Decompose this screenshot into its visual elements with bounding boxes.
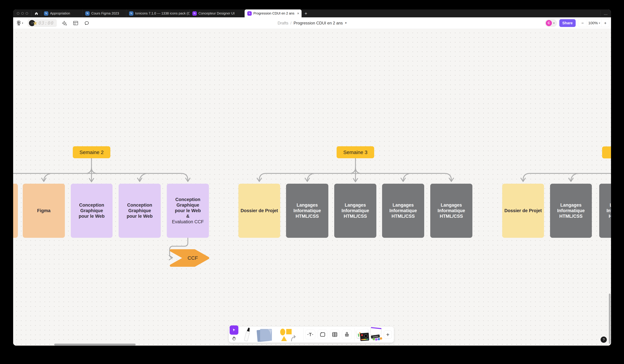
tab-appropriation[interactable]: ✎ Appropriation bbox=[41, 9, 82, 17]
sparkle-icon bbox=[62, 20, 67, 26]
breadcrumb-current[interactable]: Progression CDUI en 2 ans bbox=[294, 21, 343, 26]
ui-card-thumbnail bbox=[370, 327, 381, 336]
sticky-note-tool[interactable] bbox=[256, 328, 278, 342]
tab-close-icon[interactable]: × bbox=[297, 11, 299, 16]
star-icon: ★ bbox=[33, 20, 38, 26]
sticky-note-icon bbox=[256, 328, 278, 342]
horizontal-scrollbar[interactable] bbox=[54, 344, 136, 345]
breadcrumb: Drafts / Progression CDUI en 2 ans ▾ bbox=[13, 17, 611, 29]
window-maximize-button[interactable] bbox=[26, 12, 28, 15]
templates-button[interactable] bbox=[72, 20, 79, 26]
tab-cours-figma[interactable]: ✎ Cours Figma 2023 bbox=[82, 9, 126, 17]
figma-file-icon: ✎ bbox=[85, 11, 90, 16]
figjam-file-icon: ✎ bbox=[192, 11, 197, 16]
card-label: Langages Informatique HTML/CSS bbox=[606, 202, 611, 219]
account-menu[interactable]: C ▾ bbox=[545, 19, 557, 27]
home-button[interactable] bbox=[32, 9, 41, 17]
node-semaine-2[interactable]: Semaine 2 bbox=[73, 146, 110, 158]
ccf-label: CCF bbox=[170, 249, 209, 267]
more-tools-button[interactable]: + bbox=[384, 331, 392, 338]
card-conception-1[interactable]: Conception Graphique pour le Web bbox=[71, 184, 112, 238]
shape-tool-triangle[interactable] bbox=[281, 336, 287, 341]
share-button[interactable]: Share bbox=[559, 19, 576, 27]
chevron-down-icon: ▾ bbox=[553, 22, 555, 25]
figma-file-icon: ✎ bbox=[44, 11, 48, 16]
figjam-canvas[interactable]: Semaine 2 Semaine 3 Figma Conception Gra… bbox=[13, 29, 611, 346]
marker-tool[interactable] bbox=[242, 327, 252, 343]
zoom-level-value: 100% bbox=[588, 21, 598, 25]
text-tool[interactable] bbox=[305, 330, 315, 339]
section-icon bbox=[320, 332, 325, 337]
section-tool[interactable] bbox=[318, 330, 328, 339]
card-dossier-projet-2[interactable]: Dossier de Projet bbox=[502, 184, 544, 238]
card-langages-2[interactable]: Langages Informatique HTML/CSS bbox=[334, 184, 376, 238]
question-mark-icon: ? bbox=[603, 338, 605, 341]
window-minimize-button[interactable] bbox=[21, 12, 24, 15]
tab-label: Cours Figma 2023 bbox=[91, 11, 119, 15]
comments-button[interactable] bbox=[83, 20, 90, 26]
tab-progression-active[interactable]: ✎ Progression CDUI en 2 ans × bbox=[245, 9, 302, 17]
card-label: Langages Informatique HTML/CSS bbox=[341, 202, 369, 219]
ccf-arrow-shape[interactable]: CCF bbox=[170, 249, 209, 267]
zoom-in-button[interactable]: + bbox=[601, 19, 609, 27]
tab-label: Ionicons 7.1.0 — 1338 icons pack (C bbox=[135, 11, 190, 15]
figma-toolbar: ▾ ★ 03:00 bbox=[13, 17, 611, 29]
card-label: Dossier de Projet bbox=[504, 208, 542, 213]
card-langages-partial[interactable]: Langages Informatique HTML/CSS bbox=[599, 184, 611, 238]
card-conception-ccf[interactable]: Conception Graphique pour le Web & Evalu… bbox=[167, 184, 209, 238]
card-label: Langages Informatique HTML/CSS bbox=[557, 202, 585, 219]
card-figma[interactable]: Figma bbox=[23, 184, 65, 238]
tab-ionicons[interactable]: ✎ Ionicons 7.1.0 — 1338 icons pack (C bbox=[126, 9, 190, 17]
card-langages-5[interactable]: Langages Informatique HTML/CSS bbox=[550, 184, 592, 238]
table-icon bbox=[332, 332, 338, 337]
card-dossier-projet-1[interactable]: Dossier de Projet bbox=[238, 184, 280, 238]
divider bbox=[303, 328, 304, 341]
card-langages-4[interactable]: Langages Informatique HTML/CSS bbox=[430, 184, 472, 238]
card-partial-left[interactable] bbox=[13, 184, 18, 238]
zoom-out-button[interactable]: − bbox=[578, 19, 587, 27]
stamp-icon bbox=[344, 332, 349, 337]
stamp-tool[interactable] bbox=[342, 330, 352, 339]
camera-thumbnail bbox=[360, 333, 369, 341]
timer-widget[interactable]: ★ 03:00 bbox=[28, 19, 57, 27]
vertical-scrollbar[interactable] bbox=[609, 294, 611, 344]
new-tab-button[interactable]: + bbox=[302, 9, 310, 17]
card-label: Figma bbox=[37, 208, 51, 213]
node-label: Semaine 3 bbox=[343, 150, 367, 155]
marker-pen-icon bbox=[242, 327, 252, 342]
hand-tool[interactable] bbox=[230, 335, 238, 342]
plus-icon: + bbox=[386, 331, 390, 338]
connector-tool[interactable] bbox=[291, 335, 296, 342]
card-label: Langages Informatique HTML/CSS bbox=[389, 202, 417, 219]
card-label: Langages Informatique HTML/CSS bbox=[438, 202, 465, 219]
figma-logo-icon bbox=[17, 21, 21, 26]
chevron-down-icon: ▾ bbox=[599, 22, 600, 25]
breadcrumb-root[interactable]: Drafts bbox=[278, 21, 288, 26]
shape-tool-square[interactable] bbox=[286, 329, 292, 334]
emoji-sticker bbox=[378, 338, 380, 340]
chat-bubble-icon bbox=[84, 21, 89, 26]
ai-actions-button[interactable] bbox=[61, 20, 68, 26]
card-langages-3[interactable]: Langages Informatique HTML/CSS bbox=[382, 184, 424, 238]
chevron-down-icon[interactable]: ▾ bbox=[345, 21, 347, 25]
card-conception-2[interactable]: Conception Graphique pour le Web bbox=[119, 184, 161, 238]
card-langages-1[interactable]: Langages Informatique HTML/CSS bbox=[286, 184, 328, 238]
browser-window: ✎ Appropriation ✎ Cours Figma 2023 ✎ Ion… bbox=[13, 9, 611, 346]
node-semaine-partial[interactable] bbox=[602, 146, 611, 158]
help-button[interactable]: ? bbox=[600, 337, 607, 343]
select-tool[interactable] bbox=[230, 325, 238, 335]
hand-icon bbox=[232, 336, 236, 341]
figjam-tool-dock: Jambot + bbox=[229, 327, 394, 343]
node-semaine-3[interactable]: Semaine 3 bbox=[337, 146, 374, 158]
main-menu-button[interactable]: ▾ bbox=[17, 21, 23, 26]
table-tool[interactable] bbox=[330, 330, 340, 339]
window-close-button[interactable] bbox=[17, 12, 19, 15]
tab-overflow-menu-button[interactable]: … bbox=[600, 9, 611, 17]
shape-tool-ellipse[interactable] bbox=[280, 329, 285, 335]
chevron-down-icon: ▾ bbox=[22, 22, 23, 25]
card-label: Langages Informatique HTML/CSS bbox=[293, 202, 321, 219]
window-controls bbox=[13, 9, 31, 17]
tab-concepteur[interactable]: ✎ Concepteur Designer UI bbox=[190, 9, 245, 17]
media-widgets-button[interactable]: Jambot bbox=[357, 328, 382, 342]
zoom-level-menu[interactable]: 100% ▾ bbox=[587, 19, 601, 27]
